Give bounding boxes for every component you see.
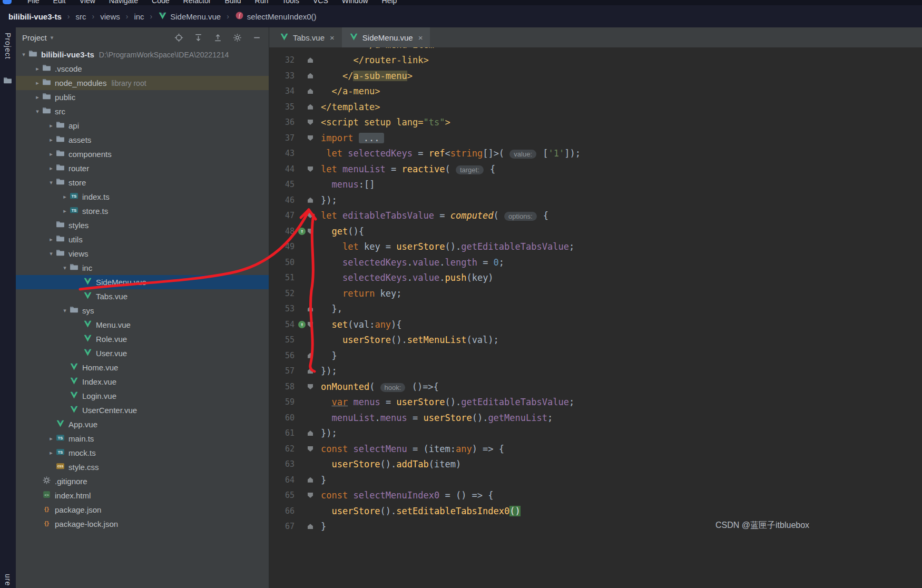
fold-start-icon[interactable] [308, 166, 313, 172]
line-number[interactable]: 44 [269, 164, 295, 174]
gutter[interactable] [295, 104, 318, 110]
fold-end-icon[interactable] [308, 57, 313, 63]
chevron-right-icon[interactable]: ▸ [60, 193, 70, 200]
breadcrumb-item-inc[interactable]: inc [134, 12, 144, 21]
fold-start-icon[interactable] [308, 229, 313, 234]
tree-item-menu-vue[interactable]: Menu.vue [16, 318, 269, 332]
line-number[interactable]: 61 [269, 428, 295, 438]
line-number[interactable]: 67 [269, 522, 295, 531]
tree-item--gitignore[interactable]: .gitignore [16, 474, 269, 488]
gutter[interactable] [295, 57, 318, 63]
menu-item-edit[interactable]: Edit [53, 0, 66, 5]
collapse-all-icon[interactable] [213, 33, 222, 42]
fold-end-icon[interactable] [308, 89, 313, 94]
chevron-right-icon[interactable]: ▸ [33, 94, 42, 101]
gutter[interactable] [295, 430, 318, 436]
menu-item-view[interactable]: View [80, 0, 95, 5]
tree-item-tabs-vue[interactable]: Tabs.vue [16, 289, 269, 303]
tree-item-sys[interactable]: ▾sys [16, 303, 269, 318]
close-icon[interactable]: × [330, 33, 335, 42]
chevron-right-icon[interactable]: ▸ [33, 80, 42, 86]
tree-item-usercenter-vue[interactable]: UserCenter.vue [16, 403, 269, 417]
gutter[interactable] [295, 166, 318, 172]
line-number[interactable]: 57 [269, 366, 295, 376]
panel-divider[interactable] [269, 27, 269, 588]
line-number[interactable]: 46 [269, 195, 295, 205]
line-number[interactable]: 51 [269, 273, 295, 282]
tree-item-index-vue[interactable]: Index.vue [16, 375, 269, 389]
tree-item-app-vue[interactable]: App.vue [16, 417, 269, 432]
chevron-right-icon[interactable]: ▸ [46, 449, 56, 456]
fold-end-icon[interactable] [308, 353, 313, 358]
hide-icon[interactable] [252, 33, 261, 42]
fold-start-icon[interactable] [308, 493, 313, 498]
tree-item-utils[interactable]: ▸utils [16, 232, 269, 247]
fold-end-icon[interactable] [308, 73, 313, 79]
line-number[interactable]: 34 [269, 86, 295, 96]
fold-start-icon[interactable] [308, 120, 313, 125]
settings-icon[interactable] [233, 33, 242, 42]
line-number[interactable]: 65 [269, 491, 295, 500]
fold-end-icon[interactable] [308, 524, 313, 529]
chevron-right-icon[interactable]: ▸ [46, 435, 56, 442]
line-number[interactable]: 37 [269, 133, 295, 143]
line-number[interactable]: 32 [269, 55, 295, 65]
breadcrumb-item-selectmenuindex0-[interactable]: fselectMenuIndex0() [235, 11, 317, 22]
tree-item-home-vue[interactable]: Home.vue [16, 360, 269, 375]
gutter[interactable] [295, 524, 318, 529]
line-number[interactable]: 35 [269, 102, 295, 112]
line-number[interactable]: 53 [269, 304, 295, 313]
fold-end-icon[interactable] [308, 306, 313, 311]
stripe-project-label[interactable]: Project [4, 33, 12, 60]
chevron-right-icon[interactable]: ▸ [46, 165, 56, 172]
gutter[interactable] [295, 120, 318, 125]
menu-item-build[interactable]: Build [224, 0, 241, 5]
chevron-down-icon[interactable]: ▾ [46, 179, 56, 186]
gutter[interactable]: ↑ [295, 321, 318, 328]
chevron-right-icon[interactable]: ▸ [46, 122, 56, 129]
tree-item-public[interactable]: ▸public [16, 90, 269, 104]
computed-property-icon[interactable]: ↑ [298, 321, 306, 328]
line-number[interactable]: 49 [269, 242, 295, 251]
tree-item-package-lock-json[interactable]: {}package-lock.json [16, 517, 269, 531]
line-number[interactable]: 64 [269, 475, 295, 485]
menu-item-file[interactable]: File [27, 0, 40, 5]
line-number[interactable]: 33 [269, 71, 295, 81]
gutter[interactable] [295, 384, 318, 389]
project-tool-icon[interactable] [3, 76, 12, 87]
tree-item--vscode[interactable]: ▸.vscode [16, 62, 269, 76]
chevron-down-icon[interactable]: ▾ [60, 264, 70, 271]
gutter[interactable] [295, 135, 318, 141]
tree-item-sidemenu-vue[interactable]: SideMenu.vue [16, 275, 269, 289]
line-number[interactable]: 66 [269, 506, 295, 516]
line-number[interactable]: 63 [269, 459, 295, 469]
line-number[interactable]: 48 [269, 227, 295, 236]
tab-sidemenu-vue[interactable]: SideMenu.vue× [342, 27, 430, 47]
tree-item-mock-ts[interactable]: ▸TSmock.ts [16, 446, 269, 460]
tree-item-user-vue[interactable]: User.vue [16, 346, 269, 360]
menu-item-run[interactable]: Run [255, 0, 269, 5]
line-number[interactable]: 56 [269, 351, 295, 360]
fold-end-icon[interactable] [308, 104, 313, 110]
tree-item-inc[interactable]: ▾inc [16, 261, 269, 275]
breadcrumb-item-src[interactable]: src [76, 12, 86, 21]
gutter[interactable] [295, 89, 318, 94]
chevron-down-icon[interactable]: ▾ [19, 51, 28, 58]
tree-item-role-vue[interactable]: Role.vue [16, 332, 269, 346]
tree-item-api[interactable]: ▸api [16, 119, 269, 133]
chevron-down-icon[interactable]: ▾ [33, 108, 42, 115]
tree-item-views[interactable]: ▾views [16, 247, 269, 261]
gutter[interactable] [295, 477, 318, 483]
chevron-down-icon[interactable]: ▾ [60, 307, 70, 314]
breadcrumb-item-bilibili-vue3-ts[interactable]: bilibili-vue3-ts [8, 12, 62, 21]
gutter[interactable] [295, 493, 318, 498]
gutter[interactable] [295, 213, 318, 218]
tree-item-router[interactable]: ▸router [16, 161, 269, 175]
chevron-right-icon[interactable]: ▸ [46, 151, 56, 158]
tree-item-index-html[interactable]: <>index.html [16, 488, 269, 503]
line-number[interactable]: 54 [269, 320, 295, 329]
fold-end-icon[interactable] [308, 368, 313, 374]
project-tree[interactable]: ▾bilibili-vue3-tsD:\ProgramWorkSpace\IDE… [16, 47, 269, 588]
tree-item-index-ts[interactable]: ▸TSindex.ts [16, 190, 269, 204]
tree-item-package-json[interactable]: {}package.json [16, 503, 269, 517]
